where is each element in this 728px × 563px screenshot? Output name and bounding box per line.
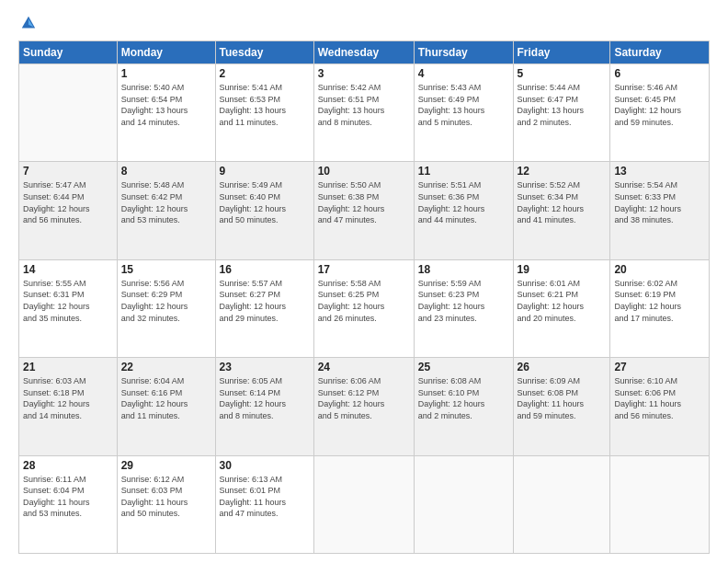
day-number: 20: [614, 263, 705, 276]
day-info: Sunrise: 6:13 AM Sunset: 6:01 PM Dayligh…: [220, 474, 310, 520]
day-info: Sunrise: 5:54 AM Sunset: 6:33 PM Dayligh…: [614, 179, 705, 225]
day-number: 15: [121, 263, 211, 276]
calendar-cell: 24Sunrise: 6:06 AM Sunset: 6:12 PM Dayli…: [313, 358, 414, 455]
day-info: Sunrise: 5:49 AM Sunset: 6:40 PM Dayligh…: [220, 179, 310, 225]
day-info: Sunrise: 6:10 AM Sunset: 6:06 PM Dayligh…: [614, 375, 705, 421]
day-number: 3: [318, 67, 410, 80]
day-number: 13: [614, 165, 705, 178]
calendar-cell: 5Sunrise: 5:44 AM Sunset: 6:47 PM Daylig…: [513, 64, 610, 162]
day-number: 6: [614, 67, 705, 80]
day-header-tuesday: Tuesday: [215, 41, 313, 64]
logo: [18, 15, 37, 31]
calendar-cell: 21Sunrise: 6:03 AM Sunset: 6:18 PM Dayli…: [19, 358, 118, 455]
calendar-cell: 26Sunrise: 6:09 AM Sunset: 6:08 PM Dayli…: [513, 358, 610, 455]
calendar-cell: 14Sunrise: 5:55 AM Sunset: 6:31 PM Dayli…: [19, 259, 118, 357]
calendar-cell: 12Sunrise: 5:52 AM Sunset: 6:34 PM Dayli…: [513, 162, 610, 259]
day-header-sunday: Sunday: [19, 41, 118, 64]
day-info: Sunrise: 6:02 AM Sunset: 6:19 PM Dayligh…: [614, 278, 705, 324]
day-number: 4: [418, 67, 509, 80]
day-info: Sunrise: 5:46 AM Sunset: 6:45 PM Dayligh…: [614, 82, 705, 128]
calendar-cell: 23Sunrise: 6:05 AM Sunset: 6:14 PM Dayli…: [215, 358, 313, 455]
day-info: Sunrise: 5:57 AM Sunset: 6:27 PM Dayligh…: [220, 278, 310, 324]
day-number: 9: [220, 165, 310, 178]
calendar-cell: 13Sunrise: 5:54 AM Sunset: 6:33 PM Dayli…: [610, 162, 710, 259]
day-number: 23: [220, 361, 310, 373]
day-info: Sunrise: 6:05 AM Sunset: 6:14 PM Dayligh…: [220, 375, 310, 421]
day-number: 19: [518, 263, 607, 276]
calendar-cell: 16Sunrise: 5:57 AM Sunset: 6:27 PM Dayli…: [215, 259, 313, 357]
day-number: 11: [418, 165, 509, 178]
day-info: Sunrise: 5:44 AM Sunset: 6:47 PM Dayligh…: [518, 82, 607, 128]
calendar-cell: 25Sunrise: 6:08 AM Sunset: 6:10 PM Dayli…: [414, 358, 513, 455]
calendar-table: SundayMondayTuesdayWednesdayThursdayFrid…: [18, 40, 710, 554]
day-info: Sunrise: 5:52 AM Sunset: 6:34 PM Dayligh…: [518, 179, 607, 225]
calendar-cell: [19, 64, 118, 162]
day-info: Sunrise: 5:41 AM Sunset: 6:53 PM Dayligh…: [220, 82, 310, 128]
day-number: 7: [23, 165, 113, 178]
day-info: Sunrise: 5:55 AM Sunset: 6:31 PM Dayligh…: [23, 278, 113, 324]
calendar-cell: 28Sunrise: 6:11 AM Sunset: 6:04 PM Dayli…: [19, 455, 118, 553]
day-number: 22: [121, 361, 211, 373]
day-info: Sunrise: 6:04 AM Sunset: 6:16 PM Dayligh…: [121, 375, 211, 421]
day-info: Sunrise: 5:42 AM Sunset: 6:51 PM Dayligh…: [318, 82, 410, 128]
calendar-cell: 11Sunrise: 5:51 AM Sunset: 6:36 PM Dayli…: [414, 162, 513, 259]
calendar-cell: 27Sunrise: 6:10 AM Sunset: 6:06 PM Dayli…: [610, 358, 710, 455]
day-number: 27: [614, 361, 705, 373]
calendar-row-1: 7Sunrise: 5:47 AM Sunset: 6:44 PM Daylig…: [19, 162, 710, 259]
day-number: 16: [220, 263, 310, 276]
calendar-cell: 22Sunrise: 6:04 AM Sunset: 6:16 PM Dayli…: [117, 358, 215, 455]
calendar-cell: 8Sunrise: 5:48 AM Sunset: 6:42 PM Daylig…: [117, 162, 215, 259]
calendar-cell: 2Sunrise: 5:41 AM Sunset: 6:53 PM Daylig…: [215, 64, 313, 162]
calendar-cell: 6Sunrise: 5:46 AM Sunset: 6:45 PM Daylig…: [610, 64, 710, 162]
day-header-thursday: Thursday: [414, 41, 513, 64]
calendar-cell: 9Sunrise: 5:49 AM Sunset: 6:40 PM Daylig…: [215, 162, 313, 259]
day-header-monday: Monday: [117, 41, 215, 64]
day-info: Sunrise: 6:12 AM Sunset: 6:03 PM Dayligh…: [121, 474, 211, 520]
calendar-cell: 18Sunrise: 5:59 AM Sunset: 6:23 PM Dayli…: [414, 259, 513, 357]
calendar-cell: 30Sunrise: 6:13 AM Sunset: 6:01 PM Dayli…: [215, 455, 313, 553]
day-info: Sunrise: 6:11 AM Sunset: 6:04 PM Dayligh…: [23, 474, 113, 520]
day-number: 29: [121, 459, 211, 472]
day-number: 24: [318, 361, 410, 373]
calendar-row-4: 28Sunrise: 6:11 AM Sunset: 6:04 PM Dayli…: [19, 455, 710, 553]
day-number: 26: [518, 361, 607, 373]
day-info: Sunrise: 6:09 AM Sunset: 6:08 PM Dayligh…: [518, 375, 607, 421]
calendar-cell: 1Sunrise: 5:40 AM Sunset: 6:54 PM Daylig…: [117, 64, 215, 162]
calendar-cell: 17Sunrise: 5:58 AM Sunset: 6:25 PM Dayli…: [313, 259, 414, 357]
day-number: 28: [23, 459, 113, 472]
day-info: Sunrise: 6:01 AM Sunset: 6:21 PM Dayligh…: [518, 278, 607, 324]
day-header-wednesday: Wednesday: [313, 41, 414, 64]
calendar-row-0: 1Sunrise: 5:40 AM Sunset: 6:54 PM Daylig…: [19, 64, 710, 162]
day-info: Sunrise: 5:48 AM Sunset: 6:42 PM Dayligh…: [121, 179, 211, 225]
day-number: 14: [23, 263, 113, 276]
day-info: Sunrise: 5:43 AM Sunset: 6:49 PM Dayligh…: [418, 82, 509, 128]
calendar-cell: 3Sunrise: 5:42 AM Sunset: 6:51 PM Daylig…: [313, 64, 414, 162]
day-number: 1: [121, 67, 211, 80]
calendar-cell: [313, 455, 414, 553]
day-info: Sunrise: 6:03 AM Sunset: 6:18 PM Dayligh…: [23, 375, 113, 421]
day-info: Sunrise: 5:50 AM Sunset: 6:38 PM Dayligh…: [318, 179, 410, 225]
calendar-cell: [414, 455, 513, 553]
day-number: 25: [418, 361, 509, 373]
day-number: 12: [518, 165, 607, 178]
day-number: 5: [518, 67, 607, 80]
calendar-cell: [610, 455, 710, 553]
calendar-cell: 19Sunrise: 6:01 AM Sunset: 6:21 PM Dayli…: [513, 259, 610, 357]
calendar-cell: 10Sunrise: 5:50 AM Sunset: 6:38 PM Dayli…: [313, 162, 414, 259]
day-info: Sunrise: 5:56 AM Sunset: 6:29 PM Dayligh…: [121, 278, 211, 324]
calendar-row-3: 21Sunrise: 6:03 AM Sunset: 6:18 PM Dayli…: [19, 358, 710, 455]
calendar-cell: 20Sunrise: 6:02 AM Sunset: 6:19 PM Dayli…: [610, 259, 710, 357]
day-info: Sunrise: 6:08 AM Sunset: 6:10 PM Dayligh…: [418, 375, 509, 421]
day-header-friday: Friday: [513, 41, 610, 64]
calendar-cell: [513, 455, 610, 553]
day-number: 17: [318, 263, 410, 276]
day-number: 18: [418, 263, 509, 276]
header-row: SundayMondayTuesdayWednesdayThursdayFrid…: [19, 41, 710, 64]
header: [18, 15, 710, 31]
day-info: Sunrise: 5:58 AM Sunset: 6:25 PM Dayligh…: [318, 278, 410, 324]
logo-icon: [20, 15, 37, 31]
page: SundayMondayTuesdayWednesdayThursdayFrid…: [0, 0, 728, 563]
day-number: 2: [220, 67, 310, 80]
day-info: Sunrise: 5:51 AM Sunset: 6:36 PM Dayligh…: [418, 179, 509, 225]
calendar-row-2: 14Sunrise: 5:55 AM Sunset: 6:31 PM Dayli…: [19, 259, 710, 357]
